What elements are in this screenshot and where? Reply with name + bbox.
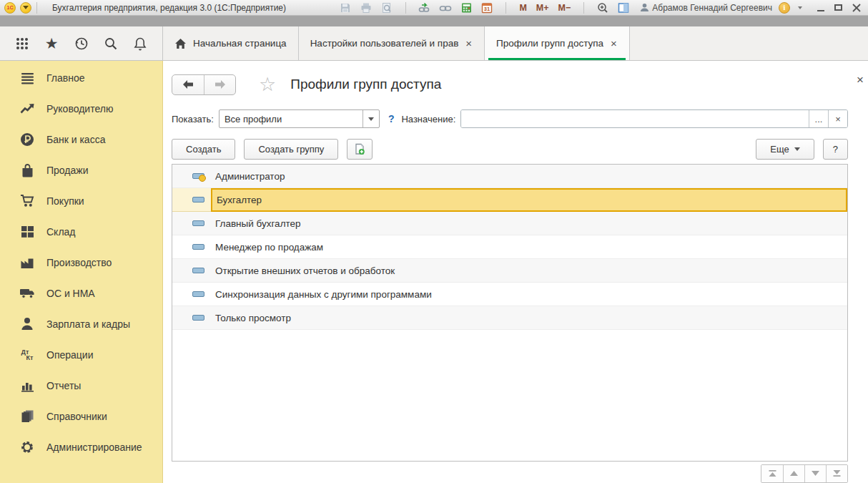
help-question-icon[interactable]: ? (388, 113, 395, 125)
create-button[interactable]: Создать (172, 139, 235, 160)
truck-icon (19, 288, 36, 299)
sidebar-item-label: ОС и НМА (46, 288, 95, 299)
profile-name: Главный бухгалтер (215, 218, 301, 229)
clear-field-button[interactable]: × (828, 110, 847, 127)
search-icon[interactable] (102, 34, 120, 53)
sidebar-item-production[interactable]: Производство (0, 247, 162, 278)
main-menu-button[interactable] (20, 2, 31, 14)
tab-user-settings[interactable]: Настройки пользователей и прав × (299, 26, 485, 60)
list-item[interactable]: Администратор (172, 165, 847, 188)
sidebar-item-bank-cash[interactable]: Банк и касса (0, 124, 162, 155)
calculator-icon[interactable] (459, 1, 473, 14)
purpose-field-group: ... × (460, 109, 848, 128)
create-group-button[interactable]: Создать группу (244, 139, 338, 160)
history-icon[interactable] (71, 34, 90, 53)
memory-recall-button[interactable]: M (518, 3, 528, 13)
divider (36, 2, 37, 14)
maximize-button[interactable] (834, 4, 842, 11)
filter-row: Показать: Все профили ? Назначение: ... … (172, 107, 848, 131)
list-item[interactable]: Только просмотр (172, 306, 847, 330)
get-link-icon[interactable] (438, 1, 453, 14)
more-button[interactable]: Еще (756, 139, 814, 160)
sidebar-item-fixed-assets[interactable]: ОС и НМА (0, 278, 162, 308)
sidebar-item-administration[interactable]: Администрирование (0, 431, 162, 462)
close-tab-icon[interactable]: × (465, 38, 473, 49)
factory-icon (19, 256, 36, 269)
split-window-icon[interactable] (616, 1, 631, 14)
profile-icon (192, 173, 204, 179)
svg-text:31: 31 (484, 6, 490, 12)
help-button[interactable]: ? (823, 139, 848, 160)
debit-credit-icon: ДтКт (19, 349, 36, 361)
list-item[interactable]: Главный бухгалтер (172, 212, 847, 235)
scroll-up-button[interactable] (783, 465, 804, 482)
preview-icon[interactable] (380, 1, 394, 14)
tab-label: Начальная страница (193, 38, 287, 49)
tab-home[interactable]: Начальная страница (163, 26, 299, 60)
user-icon (640, 3, 649, 12)
section-sidebar: Главное Руководителю Банк и касса Продаж… (0, 61, 163, 483)
chevron-down-icon[interactable] (798, 6, 802, 9)
list-item[interactable]: Менеджер по продажам (172, 235, 847, 259)
chevron-down-icon (368, 117, 374, 121)
sidebar-item-label: Производство (46, 257, 112, 268)
scroll-to-bottom-button[interactable] (826, 465, 847, 482)
sidebar-item-main[interactable]: Главное (0, 62, 162, 93)
purpose-input[interactable] (461, 110, 809, 127)
sidebar-item-operations[interactable]: ДтКт Операции (0, 339, 162, 370)
zoom-icon[interactable] (596, 1, 610, 14)
sidebar-item-sales[interactable]: Продажи (0, 155, 162, 185)
show-filter-select[interactable]: Все профили (219, 109, 380, 128)
minimize-button[interactable] (817, 10, 824, 11)
close-panel-button[interactable]: × (857, 74, 864, 86)
sidebar-item-payroll-hr[interactable]: Зарплата и кадры (0, 308, 162, 339)
divider (405, 2, 406, 14)
info-icon[interactable]: i (779, 2, 790, 14)
profile-icon (192, 268, 204, 273)
sidebar-item-label: Руководителю (46, 103, 113, 114)
window-title: Бухгалтерия предприятия, редакция 3.0 (1… (52, 3, 286, 13)
profile-name: Открытие внешних отчетов и обработок (215, 265, 395, 276)
sidebar-item-manager[interactable]: Руководителю (0, 93, 162, 124)
memory-add-button[interactable]: M+ (535, 3, 551, 13)
dropdown-button[interactable] (363, 110, 379, 127)
show-filter-value: Все профили (220, 114, 363, 125)
favorites-star-icon[interactable]: ★ (42, 34, 61, 53)
sidebar-item-directories[interactable]: Справочники (0, 401, 162, 431)
memory-subtract-button[interactable]: M− (557, 3, 573, 13)
favorite-star-icon[interactable]: ☆ (259, 75, 276, 94)
scroll-down-button[interactable] (804, 465, 826, 482)
sidebar-item-label: Банк и касса (46, 134, 105, 145)
scroll-to-top-button[interactable] (761, 465, 783, 482)
sidebar-item-label: Продажи (46, 165, 88, 176)
home-icon (174, 38, 187, 49)
choose-button[interactable]: ... (809, 110, 828, 127)
profile-icon (192, 315, 204, 321)
close-window-button[interactable] (852, 4, 861, 12)
print-icon[interactable] (359, 1, 373, 14)
1c-logo-icon: 1С (4, 2, 16, 14)
list-item[interactable]: Синхронизация данных с другими программа… (172, 283, 847, 306)
save-icon[interactable] (338, 1, 352, 14)
current-user-button[interactable]: Абрамов Геннадий Сергеевич (640, 3, 772, 13)
bar-chart-icon (19, 379, 36, 392)
apps-grid-icon[interactable] (13, 34, 31, 53)
profile-name: Менеджер по продажам (215, 242, 323, 253)
go-to-link-icon[interactable] (418, 1, 432, 14)
profile-name: Синхронизация данных с другими программа… (215, 289, 432, 300)
sidebar-item-purchases[interactable]: Покупки (0, 185, 162, 216)
tab-access-group-profiles[interactable]: Профили групп доступа × (485, 26, 630, 60)
list-item-selected[interactable]: Бухгалтер (172, 188, 847, 212)
forward-button[interactable] (204, 75, 235, 94)
copy-new-item-button[interactable] (347, 139, 373, 160)
sidebar-item-warehouse[interactable]: Склад (0, 216, 162, 247)
close-tab-icon[interactable]: × (610, 38, 618, 49)
notifications-bell-icon[interactable] (131, 34, 149, 53)
profile-icon (192, 291, 204, 297)
sidebar-item-reports[interactable]: Отчеты (0, 370, 162, 401)
back-button[interactable] (172, 75, 204, 94)
calendar-icon[interactable]: 31 (480, 1, 494, 14)
panel-header: ☆ Профили групп доступа × (172, 61, 848, 102)
quick-panel: ★ (0, 26, 163, 60)
list-item[interactable]: Открытие внешних отчетов и обработок (172, 259, 847, 283)
